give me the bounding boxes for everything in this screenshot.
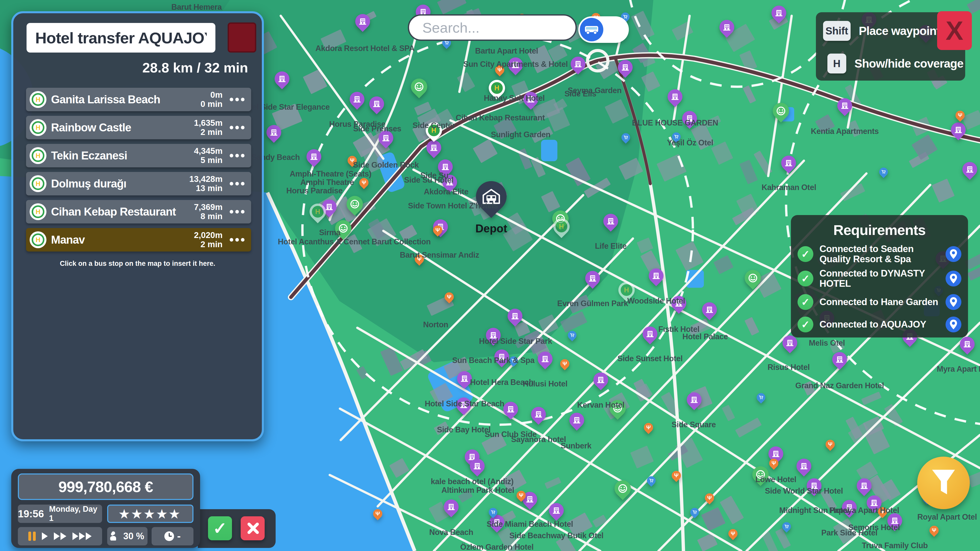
- stop-distance: 2,020m: [194, 230, 223, 240]
- requirement-text: Connected to Hane Garden: [819, 297, 939, 307]
- requirement-text: Connected to AQUAJOY: [819, 319, 939, 330]
- locate-pin-button[interactable]: [945, 317, 961, 332]
- stop-time: 5 min: [200, 156, 223, 165]
- locate-pin-button[interactable]: [945, 246, 961, 262]
- hud-panel: 999,780,668 € 19:56 Monday, Day 1 ★★★★★ …: [11, 469, 200, 548]
- speed-controls: [18, 527, 102, 545]
- fastest-forward-button[interactable]: [73, 532, 92, 540]
- passenger-pct-text: 30 %: [123, 531, 144, 541]
- route-stop-row[interactable]: H Cihan Kebap Restaurant 7,369m 8 min: [26, 200, 251, 224]
- stop-options-button[interactable]: [228, 124, 246, 131]
- hud-confirm-tray: ✓: [198, 509, 275, 548]
- stop-name: Ganita Larissa Beach: [51, 93, 200, 106]
- help-label-coverage: Show/hide coverage: [854, 57, 963, 70]
- fast-forward-button[interactable]: [54, 532, 66, 540]
- schedule-mode-text: -: [177, 530, 181, 542]
- vehicle-toggle[interactable]: [578, 16, 629, 43]
- route-stop-row[interactable]: H Rainbow Castle 1,635m 2 min: [26, 116, 251, 139]
- bus-stop-icon: H: [30, 231, 46, 248]
- requirements-panel: Requirements ✓ Connected to Seaden Quali…: [791, 215, 968, 338]
- stop-options-button[interactable]: [228, 96, 246, 103]
- search-bar: [408, 14, 577, 41]
- stop-time: 2 min: [200, 127, 223, 137]
- requirement-row: ✓ Connected to Seaden Quality Resort & S…: [797, 244, 961, 264]
- stop-metrics: 7,369m 8 min: [194, 203, 223, 221]
- passenger-percentage[interactable]: 30 %: [107, 527, 148, 545]
- stop-metrics: 1,635m 2 min: [194, 118, 223, 137]
- stop-time: 13 min: [196, 184, 223, 193]
- stop-metrics: 2,020m 2 min: [194, 230, 223, 249]
- play-button[interactable]: [42, 532, 48, 540]
- check-circle-icon: ✓: [797, 294, 813, 310]
- game-viewport[interactable]: ΨΨΨΨΨΨΨΨΨΨΨΨΨΨΨΨΨΨΨΨΨΨHHHHHDepotBarut He…: [0, 0, 980, 551]
- check-circle-icon: ✓: [797, 271, 813, 286]
- route-color-swatch[interactable]: [228, 22, 256, 52]
- shift-key-badge: Shift: [823, 21, 851, 41]
- stop-metrics: 4,345m 5 min: [194, 146, 223, 165]
- requirements-list: ✓ Connected to Seaden Quality Resort & S…: [797, 244, 961, 333]
- route-summary: 28.8 km / 32 min: [142, 60, 248, 76]
- stop-name: Dolmuş durağı: [51, 177, 189, 190]
- stop-options-button[interactable]: [228, 237, 246, 243]
- route-stop-row[interactable]: H Ganita Larissa Beach 0m 0 min: [26, 88, 251, 111]
- search-input[interactable]: [409, 16, 576, 40]
- help-label-waypoint: Place waypoint: [859, 24, 940, 38]
- funnel-icon: [929, 468, 958, 498]
- requirement-row: ✓ Connected to Hane Garden: [797, 293, 961, 311]
- stop-options-button[interactable]: [228, 208, 246, 215]
- stop-name: Cihan Kebap Restaurant: [51, 205, 194, 218]
- close-button[interactable]: X: [937, 11, 972, 50]
- stop-name: Rainbow Castle: [51, 121, 194, 134]
- stop-distance: 4,345m: [194, 146, 223, 156]
- bus-stop-icon: H: [30, 119, 46, 136]
- h-key-badge: H: [827, 54, 846, 73]
- cancel-button[interactable]: [241, 516, 265, 540]
- bus-icon: [580, 18, 603, 41]
- check-circle-icon: ✓: [797, 246, 813, 262]
- time-display: 19:56 Monday, Day 1: [18, 505, 102, 523]
- stop-distance: 1,635m: [194, 118, 223, 127]
- bus-stop-icon: H: [30, 147, 46, 164]
- requirement-row: ✓ Connected to DYNASTY HOTEL: [797, 268, 961, 289]
- star-rating: ★★★★★: [107, 505, 193, 523]
- locate-pin-button[interactable]: [945, 294, 961, 310]
- bus-stop-icon: H: [30, 175, 46, 192]
- stop-distance: 0m: [210, 90, 223, 100]
- passengers-icon: [110, 531, 121, 541]
- stop-time: 8 min: [200, 212, 223, 221]
- stop-metrics: 13,428m 13 min: [189, 175, 223, 193]
- route-stop-row[interactable]: H Tekin Eczanesi 4,345m 5 min: [26, 144, 251, 167]
- stop-distance: 7,369m: [194, 203, 223, 212]
- requirement-row: ✓ Connected to AQUAJOY: [797, 315, 961, 333]
- route-stop-row[interactable]: H Manav 2,020m 2 min: [26, 228, 251, 251]
- stops-hint: Click on a bus stop on the map to insert…: [13, 260, 262, 268]
- route-name-input[interactable]: [27, 23, 215, 52]
- stop-time: 2 min: [200, 240, 223, 249]
- requirements-title: Requirements: [797, 222, 961, 238]
- date-text: Monday, Day 1: [49, 505, 102, 523]
- help-row-coverage: H Show/hide coverage: [816, 49, 965, 78]
- route-stop-row[interactable]: H Dolmuş durağı 13,428m 13 min: [26, 172, 251, 195]
- confirm-button[interactable]: ✓: [208, 516, 232, 540]
- check-circle-icon: ✓: [797, 317, 813, 332]
- requirement-text: Connected to Seaden Quality Resort & Spa: [819, 244, 939, 264]
- requirement-text: Connected to DYNASTY HOTEL: [819, 268, 939, 289]
- schedule-mode[interactable]: -: [151, 527, 193, 545]
- bus-stop-icon: H: [30, 203, 46, 220]
- route-editor-panel: 28.8 km / 32 min H Ganita Larissa Beach …: [11, 11, 264, 441]
- clock-icon: [164, 531, 174, 541]
- clock-text: 19:56: [18, 508, 44, 519]
- stop-metrics: 0m 0 min: [200, 90, 223, 109]
- cancel-x-icon: [246, 521, 259, 535]
- stop-name: Manav: [51, 233, 194, 246]
- stop-time: 0 min: [200, 100, 223, 109]
- filter-button[interactable]: [917, 457, 970, 509]
- locate-pin-button[interactable]: [945, 271, 961, 286]
- stop-distance: 13,428m: [189, 175, 223, 184]
- bus-stop-icon: H: [30, 91, 46, 108]
- stop-options-button[interactable]: [228, 180, 246, 187]
- money-display: 999,780,668 €: [18, 473, 193, 500]
- stop-options-button[interactable]: [228, 152, 246, 159]
- pause-button[interactable]: [28, 532, 36, 541]
- stop-name: Tekin Eczanesi: [51, 149, 194, 162]
